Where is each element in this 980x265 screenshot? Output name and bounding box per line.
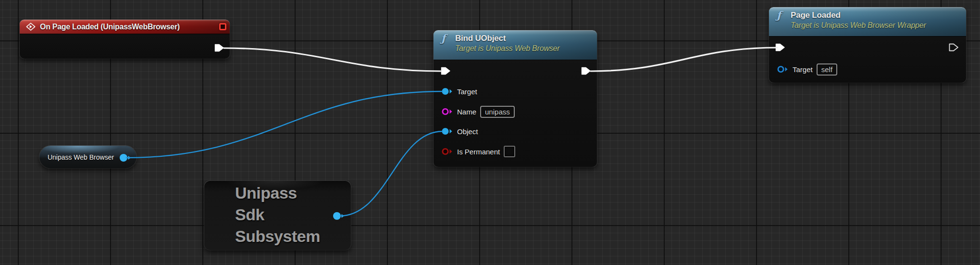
exec-in-pin[interactable] [441, 67, 451, 75]
name-value-input[interactable]: unipass [480, 106, 515, 118]
node-get-unipass-web-browser[interactable]: Unipass Web Browser [39, 146, 136, 168]
object-pin-target[interactable] [777, 65, 789, 74]
blueprint-graph-canvas[interactable]: On Page Loaded (UnipassWebBrowser) ƒ Bin… [0, 0, 980, 265]
node-page-loaded[interactable]: ƒ Page Loaded Target is Unipass Web Brow… [769, 7, 966, 83]
node-bind-uobject[interactable]: ƒ Bind UObject Target is Unipass Web Bro… [434, 30, 597, 167]
data-wire-sdk-to-object[interactable] [340, 131, 443, 216]
event-icon [26, 23, 36, 31]
bool-pin-is-permanent[interactable] [441, 147, 453, 156]
subsystem-title-line: Unipass [235, 182, 351, 204]
event-node-header[interactable]: On Page Loaded (UnipassWebBrowser) [20, 20, 230, 34]
delegate-pin[interactable] [219, 23, 226, 30]
pin-label: Target [793, 65, 813, 74]
node-on-page-loaded[interactable]: On Page Loaded (UnipassWebBrowser) [20, 20, 230, 59]
data-wire-webbrowser-to-target[interactable] [126, 91, 443, 158]
object-pin-target[interactable] [441, 87, 453, 96]
function-node-subtitle: Target is Unipass Web Browser Wrapper [769, 20, 966, 30]
node-get-unipass-sdk-subsystem[interactable]: Unipass Sdk Subsystem [204, 181, 351, 250]
exec-wire-bind-to-pageloaded[interactable] [590, 48, 778, 71]
exec-out-pin[interactable] [581, 67, 591, 75]
function-node-header[interactable]: ƒ Page Loaded Target is Unipass Web Brow… [769, 7, 966, 36]
is-permanent-checkbox[interactable] [504, 146, 515, 157]
event-node-title: On Page Loaded (UnipassWebBrowser) [40, 23, 180, 31]
function-node-header[interactable]: ƒ Bind UObject Target is Unipass Web Bro… [434, 30, 597, 60]
pin-label: Is Permanent [457, 148, 500, 156]
name-pin[interactable] [441, 107, 453, 116]
pin-row-is-permanent: Is Permanent [434, 144, 515, 159]
function-node-title: Page Loaded [769, 7, 966, 20]
subsystem-title: Unipass Sdk Subsystem [204, 181, 351, 247]
exec-wire-event-to-bind[interactable] [223, 48, 442, 71]
pin-label: Name [457, 108, 476, 116]
pin-row-name: Name unipass [434, 104, 515, 119]
variable-name-label: Unipass Web Browser [46, 146, 115, 168]
function-icon: ƒ [441, 33, 446, 43]
pin-label: Target [457, 88, 477, 96]
pin-row-target: Target self [769, 62, 837, 77]
exec-out-pin[interactable] [214, 44, 224, 52]
target-self-input[interactable]: self [817, 63, 837, 76]
function-node-subtitle: Target is Unipass Web Browser [434, 43, 597, 53]
exec-out-pin[interactable] [949, 43, 959, 51]
pin-label: Object [457, 127, 478, 136]
subsystem-title-line: Subsystem [235, 226, 351, 247]
object-pin-object[interactable] [441, 127, 453, 136]
function-icon: ƒ [777, 10, 781, 20]
function-node-title: Bind UObject [434, 30, 597, 43]
